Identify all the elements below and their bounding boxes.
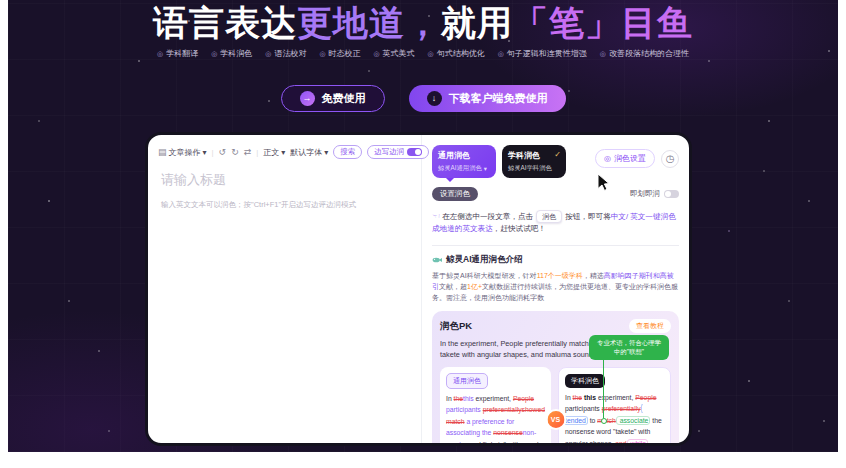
feature-tag-label: 学科润色 — [220, 48, 252, 59]
fish-icon — [432, 255, 442, 265]
tab-general-title: 通用润色 — [438, 150, 490, 161]
live-polish-label: 边写边润 — [374, 147, 404, 157]
free-use-label: 免费使用 — [322, 91, 366, 106]
feature-tag-label: 学科翻译 — [166, 48, 198, 59]
instruction-text: ☜在左侧选中一段文章，点击润色按钮，即可将中文/ 英文一键润色成地道的英文表达，… — [432, 209, 679, 246]
feature-tag: ◎句子逻辑和连贯性增强 — [498, 48, 587, 59]
pk-subject-diff-text: In the this experiment, People participa… — [565, 392, 664, 446]
check-circle-icon: ◎ — [265, 50, 271, 58]
cta-row: → 免费使用 ↓ 下载客户端免费使用 — [8, 85, 838, 112]
check-circle-icon: ◎ — [157, 50, 163, 58]
check-circle-icon: ◎ — [428, 50, 434, 58]
editor-toolbar: ▤ 文章操作 ▾ | ↺ ↻ ⇄ | 正文 ▾ 默认字体 ▾ 搜索 边写边润 — [158, 145, 429, 159]
history-button[interactable]: ◷ — [661, 150, 679, 168]
chevron-down-icon: ▾ — [281, 148, 285, 157]
tab-subject-title: 学科润色 — [508, 150, 560, 161]
gear-icon: ◎ — [604, 154, 611, 163]
feature-tag: ◎学科润色 — [211, 48, 252, 59]
polish-pk-card: 润色PK 查看教程 In the experiment, People pref… — [432, 311, 679, 446]
search-pill-label: 搜索 — [340, 147, 355, 157]
polish-panel: 通用润色 鲸灵AI通用润色 ▾ ✓ 学科润色 鲸灵AI学科润色 ◎ 润色设置 — [422, 135, 689, 443]
intro-body: 基于鲸灵AI科研大模型研发，针对117个一级学科，精选高影响因子期刊和高被引文献… — [432, 270, 679, 304]
highlight-polish-control[interactable]: 即划即润 — [630, 189, 679, 199]
live-polish-toggle[interactable] — [407, 148, 422, 156]
format-icon[interactable]: ⇄ — [244, 147, 252, 157]
download-client-button[interactable]: ↓ 下载客户端免费使用 — [409, 85, 566, 112]
feature-tag: ◎时态校正 — [319, 48, 360, 59]
paragraph-style-label: 正文 — [263, 147, 279, 158]
document-icon: ▤ — [158, 147, 167, 157]
title-input[interactable]: 请输入标题 — [161, 171, 226, 189]
feature-tag: ◎改善段落结构的合理性 — [600, 48, 689, 59]
free-use-button[interactable]: → 免费使用 — [281, 85, 385, 112]
chevron-down-icon: ▾ — [203, 148, 207, 157]
search-pill-button[interactable]: 搜索 — [333, 145, 362, 159]
pointing-hand-icon: ☜ — [432, 211, 440, 221]
intro-section: 鲸灵AI通用润色介绍 基于鲸灵AI科研大模型研发，针对117个一级学科，精选高影… — [432, 254, 679, 304]
arrow-down-icon: ↓ — [427, 91, 442, 106]
document-actions-menu[interactable]: ▤ 文章操作 ▾ — [158, 147, 207, 158]
font-select[interactable]: 默认字体 ▾ — [290, 147, 328, 158]
check-circle-icon: ◎ — [498, 50, 504, 58]
page-title: 语言表达更地道，就用「笔」目鱼 — [8, 0, 838, 46]
tab-subject-subtitle: 鲸灵AI学科润色 — [508, 164, 552, 173]
editor-pane: ▤ 文章操作 ▾ | ↺ ↻ ⇄ | 正文 ▾ 默认字体 ▾ 搜索 边写边润 — [148, 135, 422, 443]
chevron-down-icon: ▾ — [484, 165, 487, 172]
pk-general-diff-text: In thethis experiment, People participan… — [446, 393, 545, 446]
feature-tag-label: 句子逻辑和连贯性增强 — [507, 48, 587, 59]
polish-options-row: 设置润色 即划即润 — [432, 187, 679, 201]
check-circle-icon: ◎ — [211, 50, 217, 58]
pk-general-pill: 通用润色 — [446, 373, 488, 389]
font-select-label: 默认字体 — [290, 147, 322, 158]
feature-tag: ◎语法校对 — [265, 48, 306, 59]
polish-tabs: 通用润色 鲸灵AI通用润色 ▾ ✓ 学科润色 鲸灵AI学科润色 ◎ 润色设置 — [432, 145, 679, 178]
toolbar-divider: | — [212, 148, 214, 157]
download-client-label: 下载客户端免费使用 — [449, 91, 548, 106]
paragraph-style-select[interactable]: 正文 ▾ — [263, 147, 285, 158]
tab-general-subtitle: 鲸灵AI通用润色 — [438, 164, 482, 173]
highlight-polish-label: 即划即润 — [630, 189, 660, 199]
clock-icon: ◷ — [666, 153, 675, 164]
feature-tag-label: 语法校对 — [274, 48, 306, 59]
feature-tag-label: 句式结构优化 — [437, 48, 485, 59]
terminology-callout: 专业术语，符合心理学中的"联想" — [589, 335, 669, 360]
pk-subject-pill: 学科润色 — [565, 374, 605, 388]
check-icon: ✓ — [554, 150, 561, 159]
check-circle-icon: ◎ — [600, 50, 606, 58]
polish-settings-label: 润色设置 — [614, 153, 646, 164]
vs-badge: VS — [545, 409, 566, 430]
feature-tag: ◎英式美式 — [374, 48, 415, 59]
pk-heading: 润色PK — [440, 320, 472, 333]
pk-general-column: 通用润色 In thethis experiment, People parti… — [440, 367, 551, 446]
polish-settings-button[interactable]: ◎ 润色设置 — [595, 149, 655, 168]
view-tutorial-link[interactable]: 查看教程 — [629, 319, 671, 333]
mouse-cursor — [597, 174, 611, 196]
feature-tag-label: 时态校正 — [329, 48, 361, 59]
arrow-right-icon: → — [300, 91, 315, 106]
feature-tag-label: 英式美式 — [383, 48, 415, 59]
feature-tag: ◎学科翻译 — [157, 48, 198, 59]
document-actions-label: 文章操作 — [169, 147, 201, 158]
set-polish-pill[interactable]: 设置润色 — [432, 187, 478, 201]
pk-subject-column: 学科润色 In the this experiment, People part… — [558, 367, 671, 446]
feature-tag-label: 改善段落结构的合理性 — [609, 48, 689, 59]
feature-tag-row: ◎学科翻译◎学科润色◎语法校对◎时态校正◎英式美式◎句式结构优化◎句子逻辑和连贯… — [8, 48, 838, 59]
body-input[interactable]: 输入英文文本可以润色；按"Ctrl+F1"开启边写边评边润模式 — [161, 199, 407, 210]
undo-icon[interactable]: ↺ — [219, 147, 227, 157]
feature-tag: ◎句式结构优化 — [428, 48, 485, 59]
tab-general-polish[interactable]: 通用润色 鲸灵AI通用润色 ▾ — [432, 145, 496, 178]
chevron-down-icon: ▾ — [324, 148, 328, 157]
check-circle-icon: ◎ — [319, 50, 325, 58]
check-circle-icon: ◎ — [374, 50, 380, 58]
tab-subject-polish[interactable]: ✓ 学科润色 鲸灵AI学科润色 — [502, 145, 566, 178]
toolbar-divider: | — [256, 148, 258, 157]
redo-icon[interactable]: ↻ — [231, 147, 239, 157]
live-polish-pill[interactable]: 边写边润 — [367, 145, 429, 159]
intro-heading: 鲸灵AI通用润色介绍 — [446, 254, 523, 266]
highlight-polish-toggle[interactable] — [664, 190, 679, 198]
